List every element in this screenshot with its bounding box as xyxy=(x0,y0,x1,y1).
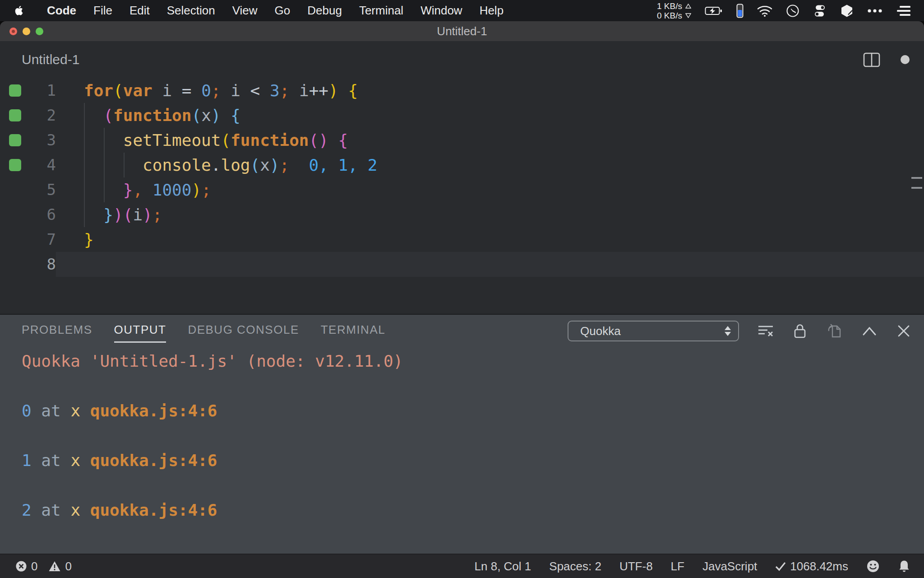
at-keyword: at xyxy=(32,451,71,470)
output-console[interactable]: Quokka 'Untitled-1.js' (node: v12.11.0) … xyxy=(0,344,924,554)
panel-tab-debug-console[interactable]: DEBUG CONSOLE xyxy=(188,323,299,343)
code-token: ; xyxy=(280,81,290,100)
tab-title[interactable]: Untitled-1 xyxy=(22,52,79,67)
warnings-indicator[interactable]: 0 xyxy=(48,559,71,573)
line-number: 6 xyxy=(29,202,56,227)
menu-item-debug[interactable]: Debug xyxy=(299,4,351,18)
code-line-7[interactable]: 7} xyxy=(0,227,924,252)
menu-item-view[interactable]: View xyxy=(224,4,266,18)
code-token xyxy=(289,81,299,100)
code-token: ( xyxy=(113,81,123,100)
end-of-line-setting[interactable]: LF xyxy=(671,559,684,573)
code-token: 0 xyxy=(201,81,211,100)
wifi-icon[interactable] xyxy=(757,5,772,17)
source-location[interactable]: quokka.js:4:6 xyxy=(80,501,217,519)
code-token: ; xyxy=(280,156,290,174)
code-text: })(i); xyxy=(56,202,924,227)
feedback-smiley-icon[interactable] xyxy=(866,559,880,573)
battery-icon[interactable] xyxy=(705,6,723,15)
coverage-gutter xyxy=(0,227,29,252)
code-line-6[interactable]: 6 })(i); xyxy=(0,202,924,227)
code-token xyxy=(143,181,152,199)
cube-icon[interactable] xyxy=(840,4,854,18)
indent-guide xyxy=(124,153,125,177)
menu-item-go[interactable]: Go xyxy=(266,4,299,18)
dropdown-value: Quokka xyxy=(580,324,621,338)
code-token: } xyxy=(84,230,94,249)
maximize-panel-icon[interactable] xyxy=(859,321,879,341)
list-icon[interactable] xyxy=(896,5,911,17)
code-token: i xyxy=(299,81,309,100)
file-encoding[interactable]: UTF-8 xyxy=(619,559,653,573)
code-line-8[interactable]: 8 xyxy=(0,252,924,277)
indent-guide xyxy=(84,103,85,128)
output-channel-dropdown[interactable]: Quokka xyxy=(568,321,739,341)
menu-item-file[interactable]: File xyxy=(85,4,121,18)
code-editor[interactable]: 1for(var i = 0; i < 3; i++) {2 (function… xyxy=(0,78,924,314)
source-location[interactable]: quokka.js:4:6 xyxy=(80,401,217,420)
warning-icon xyxy=(48,560,61,572)
output-entries: 0 at x quokka.js:4:61 at x quokka.js:4:6… xyxy=(22,398,924,522)
toggles-icon[interactable] xyxy=(813,4,827,18)
code-token: console xyxy=(143,156,211,174)
language-mode[interactable]: JavaScript xyxy=(702,559,757,573)
apple-menu[interactable] xyxy=(14,4,25,17)
zoom-window-button[interactable] xyxy=(36,28,43,35)
code-token xyxy=(328,131,338,149)
menu-item-code[interactable]: Code xyxy=(38,4,85,18)
code-text: (function(x) { xyxy=(56,103,924,128)
unsaved-changes-dot[interactable] xyxy=(901,55,910,64)
close-window-button[interactable] xyxy=(9,28,17,35)
quokka-run-time[interactable]: 1068.42ms xyxy=(775,559,848,573)
menu-item-terminal[interactable]: Terminal xyxy=(351,4,412,18)
code-token: , xyxy=(133,181,143,199)
clear-output-icon[interactable] xyxy=(756,321,776,341)
output-entry: 2 at x quokka.js:4:6 xyxy=(22,498,924,522)
split-editor-icon[interactable] xyxy=(863,52,880,67)
menu-item-edit[interactable]: Edit xyxy=(121,4,158,18)
code-line-5[interactable]: 5 }, 1000); xyxy=(0,177,924,202)
up-triangle-icon xyxy=(685,4,691,9)
indentation-setting[interactable]: Spaces: 2 xyxy=(549,559,601,573)
menu-item-help[interactable]: Help xyxy=(471,4,512,18)
network-speed-indicator[interactable]: 1 KB/s 0 KB/s xyxy=(657,1,691,20)
code-line-4[interactable]: 4 console.log(x); 0, 1, 2 xyxy=(0,153,924,177)
clock-icon[interactable] xyxy=(786,4,799,18)
window-titlebar[interactable]: Untitled-1 xyxy=(0,21,924,41)
window-title: Untitled-1 xyxy=(437,24,487,38)
minimize-window-button[interactable] xyxy=(23,28,30,35)
close-panel-icon[interactable] xyxy=(894,321,914,341)
code-line-2[interactable]: 2 (function(x) { xyxy=(0,103,924,128)
code-line-3[interactable]: 3 setTimeout(function() { xyxy=(0,128,924,153)
source-location[interactable]: quokka.js:4:6 xyxy=(80,451,217,470)
code-line-1[interactable]: 1for(var i = 0; i < 3; i++) { xyxy=(0,78,924,103)
quokka-coverage-square xyxy=(9,84,21,97)
code-token: { xyxy=(348,81,358,100)
ellipsis-icon[interactable] xyxy=(867,9,882,13)
line-number: 3 xyxy=(29,128,56,153)
code-token: 0, 1, 2 xyxy=(289,156,377,174)
code-token xyxy=(338,81,348,100)
menu-item-window[interactable]: Window xyxy=(412,4,471,18)
logged-value: 2 xyxy=(22,501,32,519)
code-token: ) xyxy=(328,81,338,100)
screen: CodeFileEditSelectionViewGoDebugTerminal… xyxy=(0,0,924,578)
cursor-position[interactable]: Ln 8, Col 1 xyxy=(475,559,531,573)
code-token: . xyxy=(211,156,221,174)
output-entry: 1 at x quokka.js:4:6 xyxy=(22,448,924,473)
menu-item-selection[interactable]: Selection xyxy=(158,4,224,18)
statusbar-right: Ln 8, Col 1 Spaces: 2 UTF-8 LF JavaScrip… xyxy=(475,559,910,573)
overview-ruler-mark xyxy=(911,187,922,189)
panel-tab-output[interactable]: OUTPUT xyxy=(114,323,166,343)
problems-indicator[interactable]: 0 xyxy=(15,559,37,573)
line-number: 4 xyxy=(29,153,56,177)
panel-tab-problems[interactable]: PROBLEMS xyxy=(22,323,92,343)
phone-battery-icon[interactable] xyxy=(736,4,744,18)
lock-icon[interactable] xyxy=(790,321,810,341)
code-token xyxy=(84,156,143,174)
vscode-window: Untitled-1 Untitled-1 1for(var i = 0; i … xyxy=(0,21,924,578)
code-token: { xyxy=(338,131,348,149)
notifications-bell-icon[interactable] xyxy=(898,559,910,573)
open-output-in-editor-icon[interactable] xyxy=(825,321,845,341)
panel-tab-terminal[interactable]: TERMINAL xyxy=(321,323,385,343)
